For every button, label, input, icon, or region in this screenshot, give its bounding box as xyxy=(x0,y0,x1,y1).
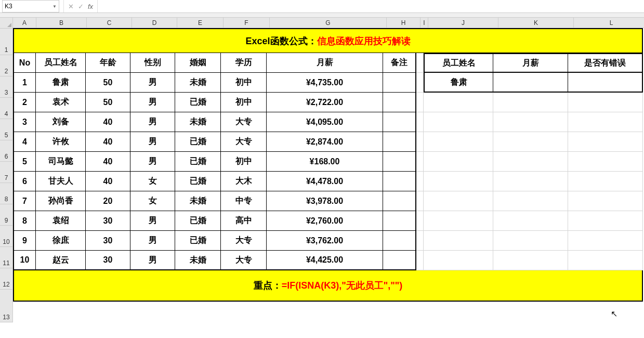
row-header[interactable]: 7 xyxy=(0,162,13,183)
empty-cell[interactable] xyxy=(424,251,493,270)
cell-education[interactable]: 大木 xyxy=(221,172,267,191)
cell-education[interactable]: 大专 xyxy=(221,231,267,251)
cell-gender[interactable]: 男 xyxy=(130,112,175,132)
row-header[interactable]: 8 xyxy=(0,183,13,204)
col-header[interactable]: J xyxy=(428,18,498,28)
empty-cell[interactable] xyxy=(416,211,424,231)
row-header[interactable]: 4 xyxy=(0,98,13,119)
empty-cell[interactable] xyxy=(568,191,643,211)
cell-age[interactable]: 30 xyxy=(86,251,130,270)
col-header[interactable]: F xyxy=(224,18,270,28)
cell-marriage[interactable]: 已婚 xyxy=(175,132,221,152)
cell-name[interactable]: 司马懿 xyxy=(36,152,86,172)
empty-cell[interactable] xyxy=(493,211,568,231)
empty-cell[interactable] xyxy=(493,93,568,112)
cell-gender[interactable]: 女 xyxy=(130,172,175,191)
cell-salary[interactable]: ¥3,978.00 xyxy=(267,191,383,211)
footer-cell[interactable]: 重点：=IF(ISNA(K3),"无此员工","") xyxy=(13,270,643,302)
title-cell[interactable]: Excel函数公式：信息函数应用技巧解读 xyxy=(13,28,643,53)
header-education[interactable]: 学历 xyxy=(221,53,267,73)
header-gender[interactable]: 性别 xyxy=(130,53,175,73)
cell-gender[interactable]: 男 xyxy=(130,211,175,231)
cell-no[interactable]: 10 xyxy=(13,251,36,270)
cell-education[interactable]: 初中 xyxy=(221,152,267,172)
col-header[interactable]: G xyxy=(270,18,387,28)
confirm-icon[interactable]: ✓ xyxy=(78,3,84,10)
formula-input[interactable] xyxy=(97,0,644,12)
row-header[interactable]: 3 xyxy=(0,76,13,98)
header-salary[interactable]: 月薪 xyxy=(267,53,383,73)
row-header[interactable]: 9 xyxy=(0,204,13,226)
cell-note[interactable] xyxy=(383,112,416,132)
empty-cell[interactable] xyxy=(424,231,493,251)
empty-cell[interactable] xyxy=(568,172,643,191)
col-header[interactable]: E xyxy=(177,18,224,28)
empty-cell[interactable] xyxy=(568,112,643,132)
cell-name[interactable]: 赵云 xyxy=(36,251,86,270)
cell-no[interactable]: 5 xyxy=(13,152,36,172)
empty-cell[interactable] xyxy=(424,191,493,211)
header-age[interactable]: 年龄 xyxy=(86,53,130,73)
col-header[interactable]: D xyxy=(132,18,177,28)
empty-cell[interactable] xyxy=(493,231,568,251)
cell-name[interactable]: 孙尚香 xyxy=(36,191,86,211)
row-header[interactable]: 2 xyxy=(0,55,13,76)
cell-no[interactable]: 3 xyxy=(13,112,36,132)
cell-note[interactable] xyxy=(383,191,416,211)
empty-cell[interactable] xyxy=(416,172,424,191)
empty-cell[interactable] xyxy=(568,211,643,231)
empty-cell[interactable] xyxy=(568,231,643,251)
col-header[interactable]: C xyxy=(87,18,132,28)
cell-name[interactable]: 鲁肃 xyxy=(36,73,86,93)
cell-no[interactable]: 1 xyxy=(13,73,36,93)
empty-cell[interactable] xyxy=(416,132,424,152)
cell-marriage[interactable]: 未婚 xyxy=(175,191,221,211)
empty-cell[interactable] xyxy=(424,211,493,231)
cell-note[interactable] xyxy=(383,132,416,152)
empty-cell[interactable] xyxy=(424,112,493,132)
cell-note[interactable] xyxy=(383,172,416,191)
cell-gender[interactable]: 男 xyxy=(130,251,175,270)
col-header[interactable]: K xyxy=(498,18,574,28)
row-header[interactable]: 12 xyxy=(0,268,13,290)
cell-salary[interactable]: ¥4,735.00 xyxy=(267,73,383,93)
empty-cell[interactable] xyxy=(568,132,643,152)
header-marriage[interactable]: 婚姻 xyxy=(175,53,221,73)
header-lookup-salary[interactable]: 月薪 xyxy=(493,53,568,73)
cell-salary[interactable]: ¥4,095.00 xyxy=(267,112,383,132)
header-name[interactable]: 员工姓名 xyxy=(36,53,86,73)
row-header[interactable]: 13 xyxy=(0,290,13,322)
cell-age[interactable]: 40 xyxy=(86,112,130,132)
empty-cell[interactable] xyxy=(424,172,493,191)
cell-gender[interactable]: 男 xyxy=(130,152,175,172)
empty-cell[interactable] xyxy=(424,132,493,152)
cell-age[interactable]: 40 xyxy=(86,152,130,172)
empty-cell[interactable] xyxy=(493,191,568,211)
cell-name[interactable]: 甘夫人 xyxy=(36,172,86,191)
cell-note[interactable] xyxy=(383,152,416,172)
cell-marriage[interactable]: 未婚 xyxy=(175,251,221,270)
empty-cell[interactable] xyxy=(493,251,568,270)
cell-salary[interactable]: ¥2,874.00 xyxy=(267,132,383,152)
lookup-error-cell[interactable] xyxy=(568,73,643,93)
fx-icon[interactable]: fx xyxy=(88,3,93,10)
col-header[interactable]: B xyxy=(36,18,87,28)
cell-marriage[interactable]: 已婚 xyxy=(175,152,221,172)
cell-no[interactable]: 8 xyxy=(13,211,36,231)
cell-age[interactable]: 50 xyxy=(86,73,130,93)
col-header[interactable]: A xyxy=(13,18,36,28)
cell-gender[interactable]: 女 xyxy=(130,191,175,211)
cell-education[interactable]: 大专 xyxy=(221,112,267,132)
row-header[interactable]: 1 xyxy=(0,29,13,55)
cell-age[interactable]: 30 xyxy=(86,211,130,231)
dropdown-arrow-icon[interactable]: ▼ xyxy=(52,4,57,9)
empty-cell[interactable] xyxy=(416,112,424,132)
cell-salary[interactable]: ¥168.00 xyxy=(267,152,383,172)
cell-gender[interactable]: 男 xyxy=(130,93,175,112)
cell-education[interactable]: 初中 xyxy=(221,73,267,93)
cell-education[interactable]: 中专 xyxy=(221,191,267,211)
cell-name[interactable]: 徐庶 xyxy=(36,231,86,251)
cell-education[interactable]: 大专 xyxy=(221,251,267,270)
cell-marriage[interactable]: 已婚 xyxy=(175,231,221,251)
cancel-icon[interactable]: ✕ xyxy=(68,3,74,10)
